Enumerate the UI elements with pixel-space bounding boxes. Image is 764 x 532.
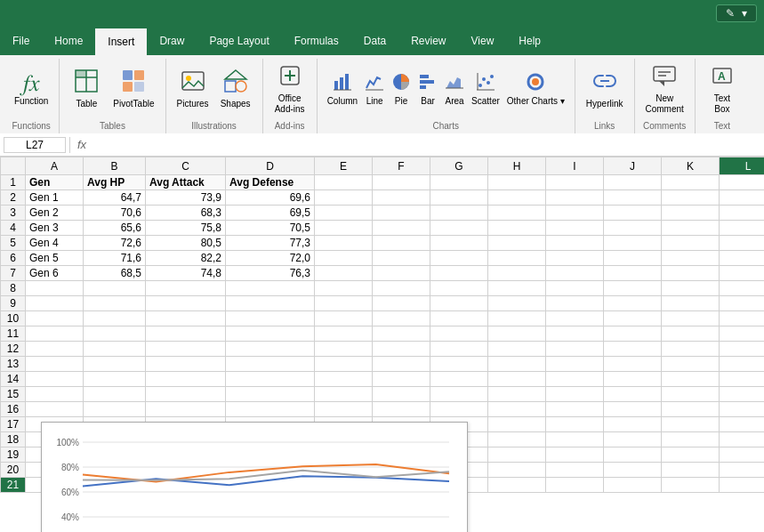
- row-header-19[interactable]: 19: [1, 447, 26, 463]
- cell[interactable]: [430, 387, 488, 402]
- cell[interactable]: [430, 236, 488, 251]
- cell[interactable]: [604, 190, 662, 206]
- area-chart-button[interactable]: Area: [442, 70, 467, 109]
- cell[interactable]: [546, 236, 604, 251]
- cell[interactable]: [662, 387, 720, 402]
- cell[interactable]: [720, 266, 765, 281]
- cell[interactable]: [315, 190, 373, 206]
- cell[interactable]: [720, 387, 765, 402]
- row-header-21[interactable]: 21: [1, 478, 26, 493]
- cell[interactable]: [546, 251, 604, 266]
- cell[interactable]: 64,7: [84, 190, 146, 206]
- tab-data[interactable]: Data: [351, 27, 398, 55]
- cell[interactable]: [315, 236, 373, 251]
- cell[interactable]: [315, 311, 373, 326]
- cell[interactable]: [546, 357, 604, 372]
- cell[interactable]: [430, 357, 488, 372]
- cell[interactable]: [546, 402, 604, 417]
- cell[interactable]: [662, 266, 720, 281]
- cell[interactable]: [430, 206, 488, 221]
- cell[interactable]: [373, 281, 430, 296]
- cell[interactable]: [720, 478, 765, 493]
- cell[interactable]: 69,6: [226, 190, 315, 206]
- cell[interactable]: [430, 372, 488, 387]
- cell[interactable]: [604, 417, 662, 432]
- cell[interactable]: [488, 417, 546, 432]
- cell[interactable]: [84, 296, 146, 311]
- cell[interactable]: [488, 266, 546, 281]
- cell[interactable]: [26, 326, 84, 342]
- cell[interactable]: 70,5: [226, 221, 315, 236]
- pictures-button[interactable]: Pictures: [173, 67, 213, 111]
- cell[interactable]: [226, 281, 315, 296]
- cell[interactable]: [430, 175, 488, 190]
- cell[interactable]: [604, 402, 662, 417]
- cell[interactable]: [488, 478, 546, 493]
- row-header-9[interactable]: 9: [1, 296, 26, 311]
- cell[interactable]: [662, 190, 720, 206]
- cell[interactable]: [662, 463, 720, 478]
- cell[interactable]: [604, 175, 662, 190]
- cell[interactable]: [430, 251, 488, 266]
- cell[interactable]: [373, 251, 430, 266]
- cell[interactable]: [373, 266, 430, 281]
- cell[interactable]: [720, 463, 765, 478]
- cell[interactable]: [26, 387, 84, 402]
- cell[interactable]: [604, 296, 662, 311]
- cell[interactable]: [26, 372, 84, 387]
- cell[interactable]: [546, 432, 604, 447]
- cell[interactable]: [720, 342, 765, 357]
- cell[interactable]: [315, 326, 373, 342]
- cell[interactable]: [430, 311, 488, 326]
- row-header-20[interactable]: 20: [1, 463, 26, 478]
- cell[interactable]: [488, 326, 546, 342]
- cell[interactable]: [430, 221, 488, 236]
- cell[interactable]: [720, 175, 765, 190]
- col-header-k[interactable]: K: [662, 157, 720, 175]
- cell[interactable]: [488, 206, 546, 221]
- cell[interactable]: [488, 251, 546, 266]
- cell[interactable]: 68,5: [84, 266, 146, 281]
- cell[interactable]: [662, 342, 720, 357]
- cell[interactable]: [430, 281, 488, 296]
- cell[interactable]: [604, 447, 662, 463]
- cell[interactable]: [546, 326, 604, 342]
- cell[interactable]: [315, 251, 373, 266]
- cell[interactable]: [720, 251, 765, 266]
- cell[interactable]: [373, 311, 430, 326]
- cell[interactable]: 75,8: [146, 221, 226, 236]
- tab-help[interactable]: Help: [506, 27, 553, 55]
- cell[interactable]: [315, 281, 373, 296]
- cell[interactable]: [662, 417, 720, 432]
- cell[interactable]: [373, 175, 430, 190]
- cell[interactable]: [720, 326, 765, 342]
- cell[interactable]: [315, 342, 373, 357]
- cell[interactable]: [720, 432, 765, 447]
- cell[interactable]: Gen 1: [26, 190, 84, 206]
- cell[interactable]: [315, 402, 373, 417]
- cell[interactable]: [373, 372, 430, 387]
- column-chart-button[interactable]: Column: [325, 70, 360, 109]
- cell[interactable]: [146, 357, 226, 372]
- cell[interactable]: [546, 175, 604, 190]
- cell[interactable]: [226, 342, 315, 357]
- cell[interactable]: [373, 357, 430, 372]
- cell[interactable]: [84, 357, 146, 372]
- cell[interactable]: [26, 311, 84, 326]
- cell[interactable]: [373, 342, 430, 357]
- cell[interactable]: [720, 357, 765, 372]
- cell[interactable]: [315, 266, 373, 281]
- cell[interactable]: [662, 175, 720, 190]
- cell[interactable]: [720, 206, 765, 221]
- cell[interactable]: Avg HP: [84, 175, 146, 190]
- cell[interactable]: [720, 417, 765, 432]
- cell[interactable]: [146, 281, 226, 296]
- cell[interactable]: 76,3: [226, 266, 315, 281]
- row-header-1[interactable]: 1: [1, 175, 26, 190]
- cell[interactable]: [604, 251, 662, 266]
- tab-draw[interactable]: Draw: [147, 27, 197, 55]
- cell[interactable]: 72,6: [84, 236, 146, 251]
- col-header-l[interactable]: L: [720, 157, 765, 175]
- cell[interactable]: Avg Attack: [146, 175, 226, 190]
- cell[interactable]: [430, 402, 488, 417]
